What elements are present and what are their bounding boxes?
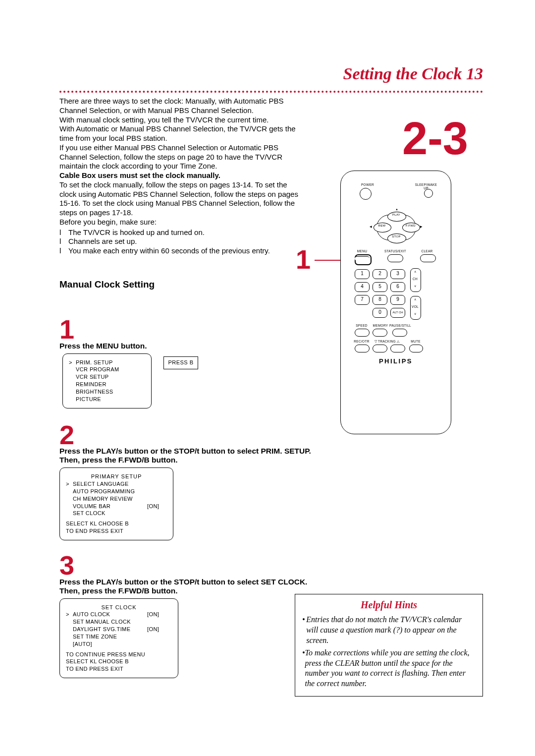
remote-memory-button[interactable] xyxy=(373,329,387,337)
intro-p: There are three ways to set the clock: M… xyxy=(59,97,302,116)
osd-line: SET CLOCK xyxy=(73,510,147,517)
remote-label-memory: MEMORY xyxy=(371,324,390,327)
remote-label-rew: REW xyxy=(374,224,390,227)
step-number: 2 xyxy=(59,423,317,447)
intro-bold: Cable Box users must set the clock manua… xyxy=(59,171,302,180)
remote-label-ffwd: F.FWD xyxy=(402,224,419,227)
remote-sleep-button[interactable] xyxy=(424,189,433,198)
remote-control: POWER SLEEP/WAKE UP PLAY REW F.FWD STOP … xyxy=(340,171,451,434)
remote-tracking-down-button[interactable] xyxy=(373,345,387,352)
step-3: 3 Press the PLAY/s button or the STOP/t … xyxy=(59,553,317,678)
osd-line: PICTURE xyxy=(76,396,101,403)
remote-key-8[interactable]: 8 xyxy=(373,295,387,305)
intro-bullets: lThe TV/VCR is hooked up and turned on. … xyxy=(59,228,302,256)
intro-p: With manual clock setting, you tell the … xyxy=(59,116,302,125)
osd-footer: SELECT KL CHOOSE B xyxy=(66,520,167,527)
remote-label-clear: CLEAR xyxy=(417,249,437,253)
remote-speed-button[interactable] xyxy=(355,329,370,337)
step-label: Press the MENU button. xyxy=(59,342,317,350)
step-callout-1: 1 xyxy=(296,244,311,275)
remote-key-6[interactable]: 6 xyxy=(390,282,405,292)
remote-pause-button[interactable] xyxy=(392,329,407,337)
bullet-glyph: l xyxy=(59,246,68,256)
remote-label-tracking: ▽ TRACKING △ xyxy=(370,340,404,344)
osd-menu-3: SET CLOCK >AUTO CLOCK[ON] SET MANUAL CLO… xyxy=(59,598,178,679)
intro-bullet: The TV/VCR is hooked up and turned on. xyxy=(68,228,205,237)
remote-key-0[interactable]: 0 xyxy=(373,308,387,318)
remote-mute-button[interactable] xyxy=(409,345,423,352)
step-label: Press the PLAY/s button or the STOP/t bu… xyxy=(59,578,317,595)
osd-line: REMINDER xyxy=(76,381,107,388)
steps-column: 1 Press the MENU button. >PRIM. SETUP VC… xyxy=(59,317,317,678)
remote-clear-button[interactable] xyxy=(420,254,436,262)
remote-key-9[interactable]: 9 xyxy=(390,295,405,305)
osd-menu-2: PRIMARY SETUP >SELECT LANGUAGE AUTO PROG… xyxy=(59,467,173,540)
remote-label-menu: MENU xyxy=(354,249,371,253)
osd-line: VCR PROGRAM xyxy=(76,366,119,373)
bullet-glyph: l xyxy=(59,228,68,237)
osd-line: VCR SETUP xyxy=(76,373,109,381)
osd-line: PRIM. SETUP xyxy=(76,359,113,366)
osd-footer: TO END PRESS EXIT xyxy=(66,665,172,673)
remote-panel: 2-3 1 POWER SLEEP/WAKE UP PLAY REW F.FWD… xyxy=(310,114,483,441)
step-2: 2 Press the PLAY/s button or the STOP/t … xyxy=(59,423,317,540)
osd-line: SET TIME ZONE xyxy=(73,633,147,640)
remote-altch-button[interactable]: ALT CH xyxy=(390,308,405,318)
bullet-dot: • xyxy=(302,615,306,645)
osd-title: PRIMARY SETUP xyxy=(66,473,167,480)
intro-p: With Automatic or Manual PBS Channel Sel… xyxy=(59,124,302,143)
step-number: 3 xyxy=(59,553,317,578)
remote-key-2[interactable]: 2 xyxy=(373,269,387,279)
osd-pressb: PRESS B xyxy=(163,356,198,369)
step-1: 1 Press the MENU button. >PRIM. SETUP VC… xyxy=(59,317,317,413)
osd-line: BRIGHTNESS xyxy=(76,388,113,396)
remote-key-4[interactable]: 4 xyxy=(355,282,370,292)
remote-label-ch: CH xyxy=(410,277,420,281)
remote-label-power: POWER xyxy=(358,183,377,186)
osd-line: VOLUME BAR xyxy=(73,503,147,510)
hint-text: To make corrections while you are settin… xyxy=(305,648,476,689)
remote-tracking-up-button[interactable] xyxy=(390,345,405,352)
remote-power-button[interactable] xyxy=(360,188,372,200)
remote-label-mute: MUTE xyxy=(408,340,423,343)
osd-line: DAYLIGHT SVG.TIME xyxy=(73,626,147,633)
osd-line: [AUTO] xyxy=(73,640,147,648)
osd-line: AUTO PROGRAMMING xyxy=(73,488,147,495)
step-label: Press the PLAY/s button or the STOP/t bu… xyxy=(59,447,317,465)
remote-key-5[interactable]: 5 xyxy=(373,282,387,292)
osd-footer: TO END PRESS EXIT xyxy=(66,527,167,535)
remote-key-1[interactable]: 1 xyxy=(355,269,370,279)
intro-p: Before you begin, make sure: xyxy=(59,218,302,227)
osd-footer: TO CONTINUE PRESS MENU xyxy=(66,651,172,658)
remote-label-stop: STOP xyxy=(387,235,405,238)
step-callout-2-3: 2-3 xyxy=(402,119,468,158)
intro-bullet: You make each entry within 60 seconds of… xyxy=(68,246,270,256)
remote-label-sleep: SLEEP/WAKE UP xyxy=(412,183,440,190)
osd-title: SET CLOCK xyxy=(66,604,172,611)
remote-label-speed: SPEED xyxy=(353,324,371,327)
remote-status-button[interactable] xyxy=(387,254,403,262)
title-divider xyxy=(59,91,483,93)
step-number: 1 xyxy=(59,317,317,342)
remote-key-7[interactable]: 7 xyxy=(355,295,370,305)
page-title: Setting the Clock 13 xyxy=(343,64,483,83)
osd-line: AUTO CLOCK xyxy=(73,611,147,618)
osd-line: CH MEMORY REVIEW xyxy=(73,495,147,503)
osd-menu-1: >PRIM. SETUP VCR PROGRAM VCR SETUP REMIN… xyxy=(62,353,152,408)
remote-label-play: PLAY xyxy=(387,213,405,216)
remote-key-3[interactable]: 3 xyxy=(390,269,405,279)
osd-footer: SELECT KL CHOOSE B xyxy=(66,658,172,665)
remote-rec-button[interactable] xyxy=(355,345,370,352)
remote-label-rec: REC/OTR xyxy=(353,340,371,343)
osd-line: SET MANUAL CLOCK xyxy=(73,618,147,626)
hint-text: Entries that do not match the TV/VCR's c… xyxy=(306,615,476,645)
intro-p: If you use either Manual PBS Channel Sel… xyxy=(59,143,302,171)
intro-bullet: Channels are set up. xyxy=(68,237,137,246)
remote-label-status: STATUS/EXIT xyxy=(380,249,410,253)
intro-block: There are three ways to set the clock: M… xyxy=(59,97,302,291)
section-heading: Manual Clock Setting xyxy=(59,279,302,291)
remote-label-vol: VOL xyxy=(410,305,420,308)
bullet-glyph: l xyxy=(59,237,68,246)
remote-brand: PHILIPS xyxy=(355,357,437,365)
hints-title: Helpful Hints xyxy=(302,599,476,611)
